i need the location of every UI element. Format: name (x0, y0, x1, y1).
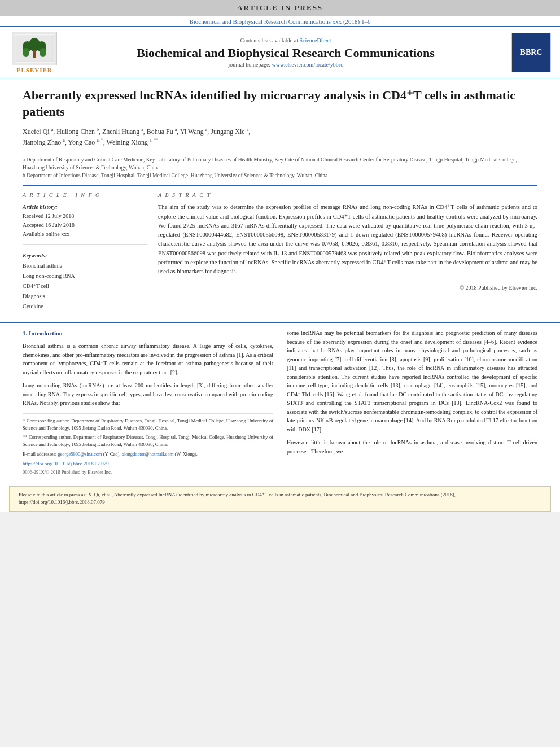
article-info-abstract-section: A R T I C L E I N F O Article history: R… (23, 185, 537, 312)
bbrc-logo: BBRC (511, 33, 551, 72)
section-title: Introduction (29, 330, 63, 337)
issn-line: 0006-291X/© 2018 Published by Elsevier I… (23, 469, 273, 476)
journal-title-header: Biochemical and Biophysical Research Com… (67, 46, 505, 60)
author-sup-a1: a (51, 127, 54, 132)
article-history-label: Article history: (23, 203, 147, 212)
keyword-3: CD4⁺T cell (23, 281, 147, 291)
contents-label: Contents lists available at (240, 37, 298, 43)
right-para-1: some lncRNAs may be potential biomarkers… (287, 329, 537, 434)
abstract-text: The aim of the study was to determine th… (158, 203, 537, 276)
banner-text: ARTICLE IN PRESS (237, 3, 323, 12)
affiliation-a: a Department of Respiratory and Critical… (23, 156, 537, 172)
article-in-press-banner: ARTICLE IN PRESS (0, 0, 560, 16)
keyword-5: Cytokine (23, 302, 147, 312)
section-1-heading: 1. Introduction (23, 329, 273, 338)
keywords-label: Keywords: (23, 251, 147, 261)
homepage-url[interactable]: www.elsevier.com/locate/ybbrc (272, 62, 343, 68)
contents-line: Contents lists available at ScienceDirec… (67, 37, 505, 43)
journal-citation-line: Biochemical and Biophysical Research Com… (0, 16, 560, 26)
article-title: Aberrantly expressed lncRNAs identified … (23, 88, 537, 120)
article-history-box: Article history: Received 12 July 2018 A… (23, 203, 147, 245)
intro-para-2: Long noncoding RNAs (lncRNAs) are at lea… (23, 381, 273, 408)
accepted-date: Accepted 16 July 2018 (23, 221, 147, 230)
copyright-line: © 2018 Published by Elsevier Inc. (158, 281, 537, 291)
citation-text: Please cite this article in press as: X.… (19, 492, 456, 505)
main-text-area: 1. Introduction Bronchial asthma is a co… (0, 322, 560, 482)
elsevier-logo-section: ELSEVIER (9, 32, 60, 73)
affiliation-b: b Department of Infectious Disease, Tong… (23, 172, 537, 180)
main-col-left: 1. Introduction Bronchial asthma is a co… (23, 329, 273, 476)
article-content: Aberrantly expressed lncRNAs identified … (0, 78, 560, 318)
keyword-4: Diagnosis (23, 291, 147, 302)
journal-header-center: Contents lists available at ScienceDirec… (67, 37, 505, 68)
received-date: Received 12 July 2018 (23, 212, 147, 221)
abstract-label: A B S T R A C T (158, 192, 537, 198)
author-sup-a5: a (247, 127, 249, 132)
footnote-section: * Corresponding author. Department of Re… (23, 413, 273, 476)
citation-bar: Please cite this article in press as: X.… (9, 486, 551, 512)
email-line: E-mail addresses: george5900@sina.com (Y… (23, 451, 273, 458)
svg-rect-5 (33, 50, 36, 58)
footnote-1: * Corresponding author. Department of Re… (23, 417, 273, 432)
author-sup-a6: a (63, 138, 65, 143)
svg-point-6 (23, 48, 29, 57)
elsevier-label: ELSEVIER (16, 67, 53, 73)
affiliations: a Department of Respiratory and Critical… (23, 152, 537, 180)
email2-name: (W. Xiong). (174, 451, 198, 457)
available-date: Available online xxx (23, 230, 147, 239)
svg-point-7 (40, 48, 46, 57)
article-title-text: Aberrantly expressed lncRNAs identified … (23, 88, 515, 119)
doi-line[interactable]: https://doi.org/10.1016/j.bbrc.2018.07.0… (23, 460, 273, 468)
author-sup-a3: a (175, 127, 177, 132)
right-para-2: However, little is known about the role … (287, 438, 537, 456)
two-col-main: 1. Introduction Bronchial asthma is a co… (23, 329, 537, 476)
email-label: E-mail addresses: (23, 451, 56, 457)
sciencedirect-link[interactable]: ScienceDirect (299, 37, 331, 43)
journal-citation-text: Biochemical and Biophysical Research Com… (189, 18, 370, 25)
author-sup-a2: a (141, 127, 143, 132)
article-info-column: A R T I C L E I N F O Article history: R… (23, 192, 147, 312)
email1-link[interactable]: george5900@sina.com (58, 451, 102, 457)
homepage-label: journal homepage: (228, 62, 270, 68)
journal-homepage: journal homepage: www.elsevier.com/locat… (67, 62, 505, 68)
author-sup-a4: a (205, 127, 208, 132)
email2-link[interactable]: xiongdoctor@hotmail.com (122, 451, 174, 457)
intro-para-1: Bronchial asthma is a common chronic air… (23, 342, 273, 377)
abstract-column: A B S T R A C T The aim of the study was… (158, 192, 537, 312)
journal-header: ELSEVIER Contents lists available at Sci… (0, 26, 560, 78)
author-sup-a7: a, * (97, 138, 103, 143)
footnote-2: ** Corresponding author. Department of R… (23, 434, 273, 448)
author-sup-b: b (97, 127, 99, 132)
doi-text: https://doi.org/10.1016/j.bbrc.2018.07.0… (23, 461, 109, 466)
elsevier-logo-image (12, 32, 57, 65)
email1-name: (Y. Cao), (103, 451, 121, 457)
main-col-right: some lncRNAs may be potential biomarkers… (287, 329, 537, 476)
article-info-label: A R T I C L E I N F O (23, 192, 147, 198)
keywords-section: Keywords: Bronchial asthma Long non-codi… (23, 251, 147, 312)
keyword-2: Long non-coding RNA (23, 271, 147, 281)
section-num: 1. (23, 330, 27, 337)
bbrc-logo-text: BBRC (520, 48, 542, 57)
authors-line: Xuefei Qi a, Huilong Chen b, Zhenli Huan… (23, 126, 537, 148)
author-sup-a8: a, ** (150, 138, 159, 143)
page-wrapper: ARTICLE IN PRESS Biochemical and Biophys… (0, 0, 560, 512)
keyword-1: Bronchial asthma (23, 261, 147, 271)
